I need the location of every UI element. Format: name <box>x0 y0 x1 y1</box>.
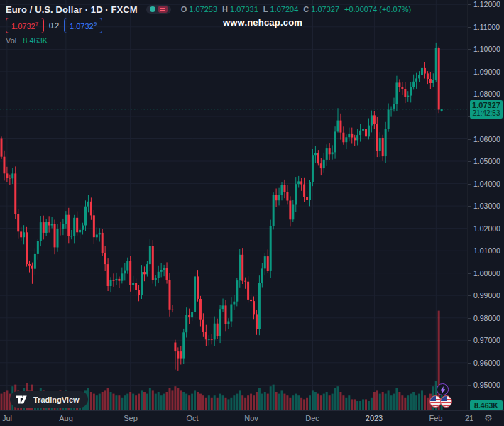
volume-bar[interactable] <box>239 390 241 410</box>
candle[interactable] <box>297 181 300 184</box>
candle[interactable] <box>222 305 224 309</box>
candle[interactable] <box>247 282 249 300</box>
candle[interactable] <box>211 339 213 340</box>
candle[interactable] <box>31 266 33 269</box>
candle[interactable] <box>261 268 263 283</box>
volume-bar[interactable] <box>264 392 266 410</box>
volume-bar[interactable] <box>329 395 331 410</box>
candle[interactable] <box>244 281 246 282</box>
volume-bar[interactable] <box>368 401 370 410</box>
candle[interactable] <box>424 68 426 74</box>
volume-bar[interactable] <box>334 388 336 410</box>
volume-bar[interactable] <box>138 394 140 410</box>
volume-bar[interactable] <box>233 395 235 410</box>
candle[interactable] <box>57 229 59 248</box>
volume-bar[interactable] <box>300 398 302 410</box>
candle[interactable] <box>320 163 322 168</box>
volume-bar[interactable] <box>197 392 199 410</box>
volume-bar[interactable] <box>199 394 202 410</box>
volume-bar[interactable] <box>225 398 227 410</box>
volume-bar[interactable] <box>113 394 115 410</box>
candle[interactable] <box>379 138 381 151</box>
candle[interactable] <box>365 129 367 136</box>
candle[interactable] <box>177 351 179 359</box>
volume-bar[interactable] <box>359 401 361 410</box>
volume-bar[interactable] <box>250 394 252 410</box>
volume-bar[interactable] <box>407 395 409 410</box>
volume-bar[interactable] <box>410 394 412 410</box>
volume-bar[interactable] <box>339 392 341 410</box>
candle[interactable] <box>415 78 417 81</box>
candle[interactable] <box>143 272 146 274</box>
volume-bar[interactable] <box>393 394 395 410</box>
candle[interactable] <box>314 153 317 155</box>
volume-bar[interactable] <box>273 385 275 410</box>
candle[interactable] <box>34 254 36 269</box>
volume-bar[interactable] <box>292 395 294 410</box>
volume-bar[interactable] <box>388 390 390 410</box>
candle[interactable] <box>368 126 370 137</box>
volume-bar[interactable] <box>320 395 322 410</box>
candle[interactable] <box>256 314 258 329</box>
candle[interactable] <box>233 302 235 305</box>
volume-bar[interactable] <box>261 394 263 410</box>
volume-bar[interactable] <box>124 395 126 410</box>
candle[interactable] <box>155 278 157 280</box>
volume-bar[interactable] <box>230 398 232 410</box>
candle[interactable] <box>382 138 384 156</box>
volume-bar[interactable] <box>236 394 238 410</box>
candle[interactable] <box>126 261 128 271</box>
candle[interactable] <box>132 283 134 285</box>
volume-bar[interactable] <box>191 394 193 410</box>
candle[interactable] <box>278 195 280 200</box>
candle[interactable] <box>118 279 120 281</box>
sell-bid-button[interactable]: 1.07327 <box>6 18 44 33</box>
volume-bar[interactable] <box>337 386 339 410</box>
candle[interactable] <box>230 305 232 322</box>
candle[interactable] <box>160 270 163 272</box>
candle[interactable] <box>227 322 229 324</box>
candle[interactable] <box>393 104 395 109</box>
candle[interactable] <box>67 215 70 236</box>
volume-bar[interactable] <box>371 398 373 410</box>
candle[interactable] <box>356 135 358 140</box>
volume-bar[interactable] <box>306 398 308 410</box>
candle[interactable] <box>267 256 269 271</box>
candle[interactable] <box>73 218 75 236</box>
volume-bar[interactable] <box>283 394 285 410</box>
volume-bar[interactable] <box>205 398 207 410</box>
time-axis[interactable]: ⚙ JulAugSepOctNovDec2023Feb21 <box>0 410 504 426</box>
source-toggle[interactable] <box>146 5 171 14</box>
candle[interactable] <box>395 82 398 104</box>
volume-bar[interactable] <box>390 395 393 410</box>
volume-bar[interactable] <box>312 390 314 410</box>
candle[interactable] <box>62 224 64 229</box>
lightning-boost-button[interactable] <box>437 383 449 395</box>
candle[interactable] <box>214 324 216 340</box>
candle[interactable] <box>337 121 339 132</box>
volume-bar[interactable] <box>152 390 154 410</box>
symbol-title[interactable]: Euro / U.S. Dollar · 1D · FXCM <box>6 4 138 15</box>
candle[interactable] <box>3 157 5 174</box>
volume-bar[interactable] <box>180 390 182 410</box>
candle[interactable] <box>351 134 353 138</box>
volume-bar[interactable] <box>115 395 117 410</box>
candle[interactable] <box>48 222 50 226</box>
candle[interactable] <box>253 301 255 314</box>
volume-bar[interactable] <box>351 399 353 410</box>
candle[interactable] <box>270 226 272 271</box>
volume-bar[interactable] <box>219 394 221 410</box>
candle[interactable] <box>188 315 190 317</box>
volume-bar[interactable] <box>382 392 384 410</box>
candle[interactable] <box>99 233 101 235</box>
volume-bar[interactable] <box>110 392 112 410</box>
candle[interactable] <box>104 253 106 264</box>
volume-bar[interactable] <box>286 395 288 410</box>
candle[interactable] <box>202 320 204 332</box>
candle[interactable] <box>158 272 160 278</box>
candle[interactable] <box>113 280 115 281</box>
candle[interactable] <box>124 271 126 274</box>
candle[interactable] <box>373 115 376 124</box>
volume-bar[interactable] <box>129 392 131 410</box>
volume-bar[interactable] <box>356 401 358 410</box>
